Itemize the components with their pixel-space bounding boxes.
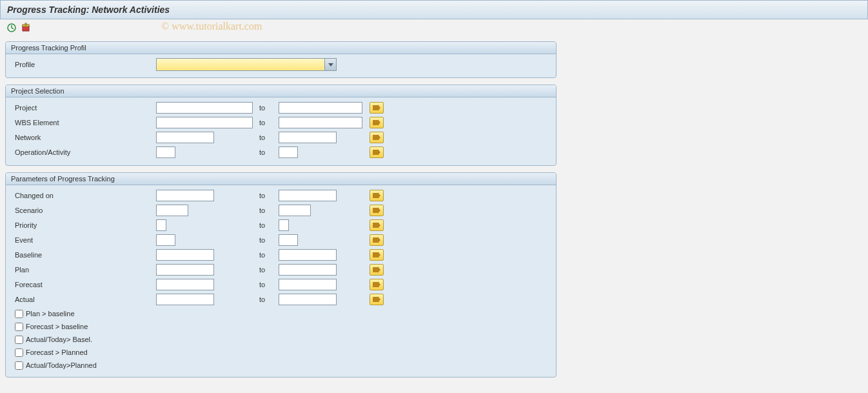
profile-input[interactable] <box>157 59 324 70</box>
group-progress-tracking-profil: Progress Tracking Profil Profile <box>5 41 557 78</box>
svg-marker-11 <box>373 192 380 199</box>
baseline-to-input[interactable] <box>279 249 337 261</box>
operation-more-button[interactable] <box>370 146 384 158</box>
forecast-more-button[interactable] <box>370 279 384 290</box>
operation-to-input[interactable] <box>279 146 298 158</box>
svg-marker-9 <box>373 134 380 141</box>
event-to-label: to <box>259 236 279 244</box>
svg-marker-16 <box>373 267 380 273</box>
priority-label: Priority <box>11 221 156 229</box>
operation-from-input[interactable] <box>156 146 175 158</box>
priority-from-input[interactable] <box>156 219 166 231</box>
changed-from-input[interactable] <box>156 190 214 201</box>
row-scenario: Scenario to <box>11 203 551 217</box>
svg-marker-18 <box>373 296 380 303</box>
check-plan-baseline-box[interactable] <box>15 310 23 318</box>
svg-line-2 <box>12 28 14 29</box>
check-forecast-baseline-label: Forecast > baseline <box>26 323 88 330</box>
row-event: Event to <box>11 233 551 247</box>
event-more-button[interactable] <box>370 234 384 246</box>
actual-from-input[interactable] <box>156 294 214 305</box>
svg-marker-13 <box>373 222 380 228</box>
forecast-label: Forecast <box>11 281 156 288</box>
svg-rect-5 <box>25 23 26 25</box>
operation-to-label: to <box>259 148 279 156</box>
dropdown-arrow-icon[interactable] <box>324 59 336 70</box>
actual-more-button[interactable] <box>370 294 384 305</box>
group-header-project: Project Selection <box>6 85 556 97</box>
scenario-from-input[interactable] <box>156 205 188 216</box>
svg-marker-15 <box>373 252 380 258</box>
check-actual-basel: Actual/Today> Basel. <box>11 333 551 346</box>
check-actual-planned-box[interactable] <box>15 361 23 370</box>
plan-to-label: to <box>259 266 279 274</box>
check-actual-basel-box[interactable] <box>15 336 23 344</box>
forecast-to-input[interactable] <box>279 279 337 290</box>
check-forecast-planned-box[interactable] <box>15 348 23 357</box>
actual-label: Actual <box>11 296 156 303</box>
page-title: Progress Tracking: Network Activities <box>7 5 170 15</box>
changed-to-input[interactable] <box>279 190 337 201</box>
execute-icon[interactable] <box>6 23 17 33</box>
baseline-from-input[interactable] <box>156 249 214 261</box>
profile-dropdown[interactable] <box>156 58 337 71</box>
event-to-input[interactable] <box>279 234 298 246</box>
get-variant-icon[interactable] <box>21 23 31 33</box>
baseline-more-button[interactable] <box>370 249 384 261</box>
check-actual-planned: Actual/Today>Planned <box>11 359 551 372</box>
scenario-to-label: to <box>259 207 279 214</box>
row-project: Project to <box>11 101 551 115</box>
svg-marker-17 <box>373 281 380 288</box>
group-project-selection: Project Selection Project to WBS Element… <box>5 85 557 166</box>
check-forecast-planned: Forecast > Planned <box>11 346 551 359</box>
row-baseline: Baseline to <box>11 248 551 262</box>
svg-marker-6 <box>328 63 333 66</box>
operation-label: Operation/Activity <box>11 148 156 156</box>
priority-more-button[interactable] <box>370 219 384 231</box>
event-label: Event <box>11 236 156 244</box>
toolbar: © www.tutorialkart.com <box>0 19 868 36</box>
plan-from-input[interactable] <box>156 264 214 276</box>
svg-marker-12 <box>373 207 380 214</box>
scenario-to-input[interactable] <box>279 205 311 216</box>
wbs-from-input[interactable] <box>156 117 253 128</box>
group-header-params: Parameters of Progress Tracking <box>6 173 556 185</box>
check-actual-planned-label: Actual/Today>Planned <box>26 361 97 369</box>
scenario-more-button[interactable] <box>370 205 384 216</box>
project-to-input[interactable] <box>279 102 362 114</box>
network-from-input[interactable] <box>156 132 214 143</box>
svg-marker-14 <box>373 237 380 243</box>
network-more-button[interactable] <box>370 132 384 143</box>
project-from-input[interactable] <box>156 102 253 114</box>
profile-label: Profile <box>11 61 156 68</box>
row-plan: Plan to <box>11 263 551 277</box>
row-network: Network to <box>11 130 551 145</box>
content-area: Progress Tracking Profil Profile Project… <box>0 36 868 389</box>
baseline-to-label: to <box>259 251 279 259</box>
group-parameters: Parameters of Progress Tracking Changed … <box>5 172 557 378</box>
priority-to-input[interactable] <box>279 219 289 231</box>
network-to-label: to <box>259 134 279 141</box>
title-bar: Progress Tracking: Network Activities <box>0 0 868 19</box>
row-priority: Priority to <box>11 218 551 232</box>
row-actual: Actual to <box>11 292 551 307</box>
baseline-label: Baseline <box>11 251 156 259</box>
row-operation: Operation/Activity to <box>11 145 551 159</box>
changed-more-button[interactable] <box>370 190 384 201</box>
wbs-to-input[interactable] <box>279 117 362 128</box>
wbs-more-button[interactable] <box>370 117 384 128</box>
row-wbs: WBS Element to <box>11 116 551 130</box>
project-more-button[interactable] <box>370 102 384 114</box>
forecast-from-input[interactable] <box>156 279 214 290</box>
group-header-profil: Progress Tracking Profil <box>6 42 556 54</box>
project-to-label: to <box>259 104 279 112</box>
plan-to-input[interactable] <box>279 264 337 276</box>
priority-to-label: to <box>259 221 279 229</box>
actual-to-input[interactable] <box>279 294 337 305</box>
event-from-input[interactable] <box>156 234 175 246</box>
plan-more-button[interactable] <box>370 264 384 276</box>
check-forecast-baseline-box[interactable] <box>15 323 23 331</box>
network-to-input[interactable] <box>279 132 337 143</box>
changed-to-label: to <box>259 192 279 199</box>
scenario-label: Scenario <box>11 207 156 214</box>
